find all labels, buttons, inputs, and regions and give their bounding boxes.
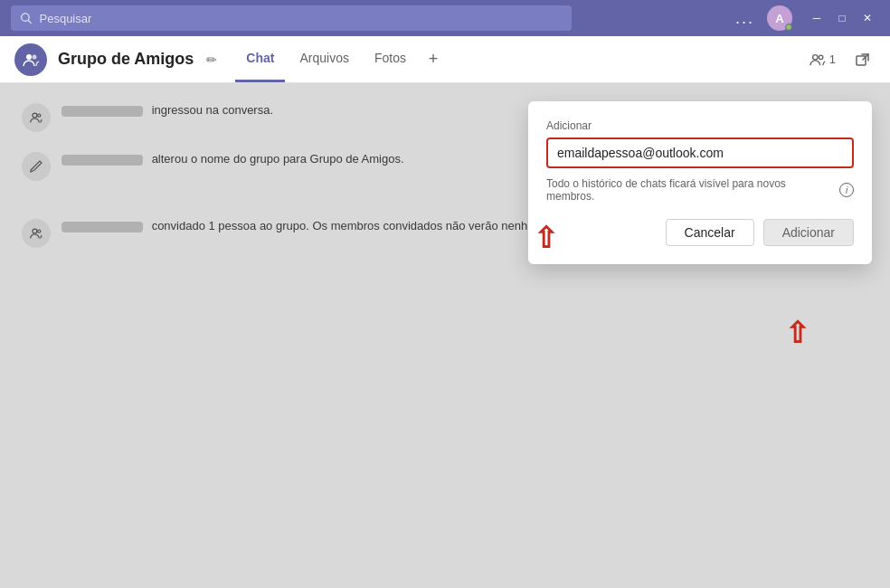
svg-point-2 — [26, 54, 32, 60]
tab-chat[interactable]: Chat — [235, 36, 285, 82]
main-header: Grupo de Amigos ✏ Chat Arquivos Fotos + … — [0, 36, 890, 83]
svg-point-3 — [33, 54, 37, 59]
close-button[interactable]: ✕ — [856, 6, 879, 30]
avatar[interactable]: A — [767, 5, 792, 31]
header-tabs: Chat Arquivos Fotos + — [235, 36, 446, 82]
maximize-button[interactable]: □ — [830, 6, 854, 30]
tab-arquivos[interactable]: Arquivos — [289, 36, 359, 82]
svg-line-1 — [28, 21, 31, 24]
popout-button[interactable] — [850, 47, 876, 72]
modal-label: Adicionar — [546, 119, 854, 132]
add-member-modal: Adicionar Todo o histórico de chats fica… — [528, 101, 872, 264]
search-bar[interactable] — [11, 5, 572, 31]
info-text: Todo o histórico de chats ficará visível… — [546, 177, 834, 203]
popout-icon — [856, 52, 870, 67]
members-count: 1 — [829, 52, 836, 66]
group-title: Grupo de Amigos — [58, 50, 194, 69]
content-area: ingressou na conversa. alterou o nome do… — [0, 83, 890, 588]
window-controls: ─ □ ✕ — [805, 6, 879, 30]
email-input[interactable] — [557, 146, 843, 160]
modal-actions: Cancelar Adicionar — [546, 219, 854, 246]
search-icon — [20, 12, 33, 24]
more-options-button[interactable]: ... — [728, 5, 762, 32]
svg-point-5 — [819, 55, 823, 60]
info-icon: i — [839, 183, 854, 197]
tab-fotos[interactable]: Fotos — [364, 36, 417, 82]
add-button[interactable]: Adicionar — [763, 219, 854, 246]
header-right: 1 — [802, 47, 876, 72]
title-bar: ... A ─ □ ✕ — [0, 0, 890, 36]
minimize-button[interactable]: ─ — [805, 6, 828, 30]
modal-info: Todo o histórico de chats ficará visível… — [546, 177, 854, 203]
modal-overlay: Adicionar Todo o histórico de chats fica… — [0, 83, 890, 588]
title-bar-right: ... A ─ □ ✕ — [728, 5, 879, 32]
search-input[interactable] — [40, 12, 563, 25]
svg-point-4 — [812, 54, 817, 59]
edit-icon[interactable]: ✏ — [206, 52, 217, 67]
cancel-button[interactable]: Cancelar — [666, 219, 754, 246]
svg-point-0 — [22, 14, 29, 21]
group-icon — [14, 43, 47, 76]
members-icon — [810, 52, 826, 68]
add-tab-button[interactable]: + — [421, 47, 446, 72]
avatar-status — [785, 24, 792, 31]
email-input-wrapper — [546, 138, 854, 168]
members-button[interactable]: 1 — [802, 48, 843, 71]
